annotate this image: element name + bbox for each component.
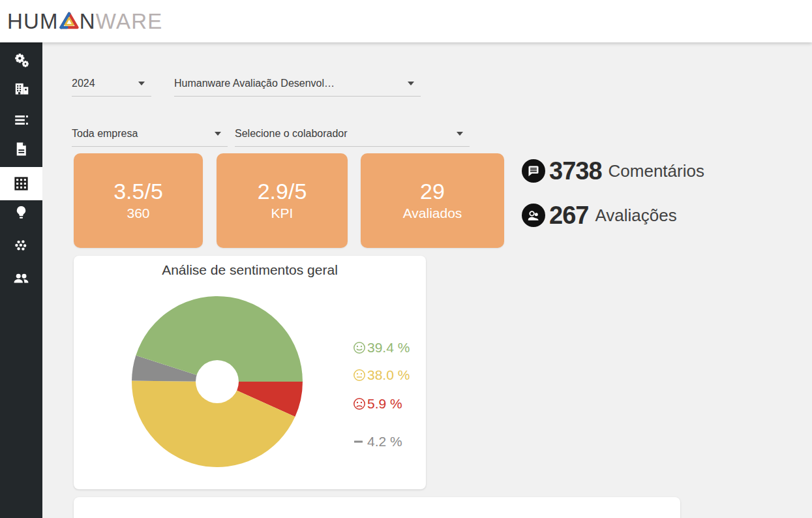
survey-select-value: Humanware Avaliação Desenvol… bbox=[174, 78, 335, 89]
logo-triangle-icon bbox=[59, 12, 79, 29]
sentiment-donut-chart[interactable] bbox=[130, 295, 304, 468]
top-header: HUM N WARE bbox=[0, 0, 812, 42]
list-icon bbox=[13, 112, 30, 129]
comments-stat: 3738 Comentários bbox=[522, 158, 704, 184]
app-screen: HUM N WARE bbox=[0, 0, 812, 518]
humanware-logo: HUM N WARE bbox=[7, 10, 162, 32]
bottom-card bbox=[74, 497, 680, 518]
sidebar-item-settings[interactable] bbox=[0, 46, 42, 74]
kpi-value: 29 bbox=[420, 179, 445, 204]
happy-face-icon bbox=[353, 341, 366, 354]
year-select-value: 2024 bbox=[72, 78, 95, 89]
legend-value: 5.9 % bbox=[367, 396, 402, 412]
kpi-card-360: 3.5/5 360 bbox=[74, 153, 203, 248]
collaborator-select[interactable]: Selecione o colaborador bbox=[235, 125, 470, 147]
kpi-label: KPI bbox=[271, 204, 293, 222]
legend-item-positive: 39.4 % bbox=[353, 339, 410, 356]
kpi-label: 360 bbox=[127, 204, 149, 222]
comment-icon bbox=[522, 159, 545, 183]
evaluations-count: 267 bbox=[549, 202, 588, 230]
logo-text-hum: HUM bbox=[7, 10, 59, 32]
chevron-down-icon bbox=[215, 132, 221, 136]
sentiment-card-title: Análise de sentimentos geral bbox=[74, 262, 426, 278]
main-content: 2024 Humanware Avaliação Desenvol… Toda … bbox=[42, 42, 812, 518]
kpi-value: 3.5/5 bbox=[113, 179, 163, 204]
sidebar-item-lists[interactable] bbox=[0, 106, 42, 134]
legend-value: 39.4 % bbox=[367, 340, 410, 356]
kpi-card-kpi: 2.9/5 KPI bbox=[217, 153, 348, 248]
grid-icon bbox=[12, 175, 30, 192]
legend-value: 38.0 % bbox=[367, 367, 410, 383]
sidebar-item-company[interactable] bbox=[0, 74, 42, 103]
dash-icon bbox=[353, 435, 366, 448]
donut-hole bbox=[196, 360, 239, 403]
evaluations-stat: 267 Avaliações bbox=[522, 202, 677, 228]
kpi-value: 2.9/5 bbox=[258, 179, 307, 204]
scatter-dots-icon bbox=[13, 238, 29, 254]
lightbulb-icon bbox=[13, 204, 29, 221]
legend-value: 4.2 % bbox=[367, 434, 402, 449]
sidebar-item-people[interactable] bbox=[0, 264, 42, 292]
document-icon bbox=[13, 141, 29, 157]
neutral-face-icon bbox=[353, 369, 366, 382]
sidebar-nav bbox=[0, 42, 42, 518]
kpi-card-avaliados: 29 Avaliados bbox=[361, 153, 504, 248]
sidebar-item-analytics[interactable] bbox=[0, 232, 42, 260]
sidebar-item-dashboard[interactable] bbox=[0, 167, 42, 200]
scope-select[interactable]: Toda empresa bbox=[72, 125, 228, 147]
sentiment-analysis-card: Análise de sentimentos geral 39.4 % bbox=[74, 256, 426, 489]
gears-icon bbox=[13, 52, 30, 69]
scope-select-value: Toda empresa bbox=[72, 128, 138, 140]
comments-label: Comentários bbox=[609, 161, 704, 181]
sidebar-item-ideas[interactable] bbox=[0, 198, 42, 226]
chevron-down-icon bbox=[138, 82, 145, 85]
kpi-label: Avaliados bbox=[403, 204, 462, 222]
logo-text-ware: WARE bbox=[96, 10, 163, 32]
legend-item-negative: 5.9 % bbox=[353, 395, 410, 412]
legend-item-neutral: 38.0 % bbox=[353, 367, 410, 384]
year-select[interactable]: 2024 bbox=[72, 74, 151, 97]
sentiment-legend: 39.4 % 38.0 % 5.9 % bbox=[353, 339, 410, 450]
collaborator-select-placeholder: Selecione o colaborador bbox=[235, 128, 348, 140]
sidebar-item-documents[interactable] bbox=[0, 134, 42, 163]
legend-item-none: 4.2 % bbox=[353, 433, 410, 450]
survey-select[interactable]: Humanware Avaliação Desenvol… bbox=[174, 74, 421, 97]
people-icon bbox=[12, 269, 30, 287]
chevron-down-icon bbox=[457, 132, 463, 136]
group-icon bbox=[522, 204, 545, 227]
building-icon bbox=[13, 80, 30, 97]
comments-count: 3738 bbox=[549, 157, 602, 185]
sad-face-icon bbox=[353, 397, 366, 410]
logo-text-n: N bbox=[80, 10, 96, 32]
chevron-down-icon bbox=[408, 82, 414, 85]
evaluations-label: Avaliações bbox=[595, 206, 676, 226]
